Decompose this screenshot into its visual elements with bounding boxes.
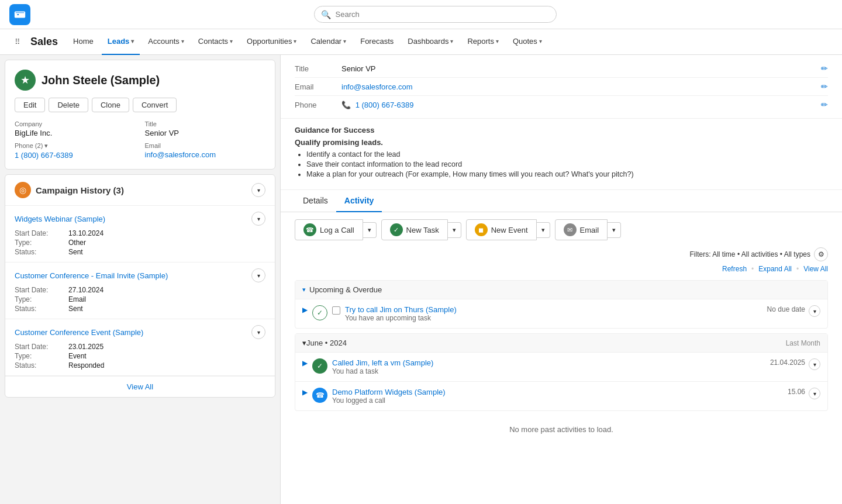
start-date-label-2: Start Date:	[15, 286, 67, 294]
upcoming-header[interactable]: ▾ Upcoming & Overdue	[295, 281, 827, 299]
log-call-dropdown[interactable]: ▾	[363, 222, 377, 238]
campaign-item-1-collapse[interactable]: ▾	[251, 212, 265, 226]
dash-chevron: ▾	[450, 38, 453, 44]
campaign-item-3-fields: Start Date: 23.01.2025 Type: Event Statu…	[15, 343, 265, 370]
june-item-2: ▶ ☎ Demo Platform Widgets (Sample) You l…	[295, 381, 827, 410]
activity-section: ☎ Log a Call ▾ ✓ New Task ▾ ◼	[281, 212, 842, 450]
campaign-item-1: Widgets Webinar (Sample) ▾ Start Date: 1…	[5, 206, 275, 263]
june-item-date-2: 15.06	[788, 388, 805, 396]
action-buttons: Edit Delete Clone Convert	[15, 98, 265, 112]
june-item-title-1[interactable]: Called Jim, left a vm (Sample)	[332, 358, 765, 367]
campaign-item-2-header: Customer Conference - Email Invite (Samp…	[15, 268, 265, 282]
campaign-item-3-name[interactable]: Customer Conference Event (Sample)	[15, 328, 143, 337]
view-all-campaigns[interactable]: View All	[5, 376, 275, 397]
info-phone-value: 📞 1 (800) 667-6389	[341, 101, 816, 109]
lead-fields: Company BigLife Inc. Title Senior VP Pho…	[15, 120, 265, 160]
upcoming-chevron: ▾	[302, 286, 306, 294]
start-date-label-1: Start Date:	[15, 229, 67, 237]
clone-button[interactable]: Clone	[92, 98, 129, 112]
nav-accounts[interactable]: Accounts ▾	[142, 29, 189, 55]
info-row-email: Email info@salesforce.com ✏	[295, 78, 828, 96]
nav-leads[interactable]: Leads ▾	[102, 29, 140, 55]
nav-dashboards[interactable]: Dashboards ▾	[402, 29, 459, 55]
june-item-icon-1: ✓	[312, 358, 327, 374]
type-value-2: Email	[68, 295, 265, 303]
convert-button[interactable]: Convert	[133, 98, 177, 112]
company-label: Company	[15, 120, 136, 127]
start-date-value-3: 23.01.2025	[68, 343, 265, 351]
june-2024-header[interactable]: ▾ June • 2024 Last Month	[295, 334, 827, 352]
filter-settings-btn[interactable]: ⚙	[814, 247, 828, 261]
nav-contacts[interactable]: Contacts ▾	[192, 29, 239, 55]
start-date-value-1: 13.10.2024	[68, 229, 265, 237]
links-row: Refresh • Expand All • View All	[295, 265, 828, 273]
upcoming-expand-1[interactable]: ▶	[302, 305, 308, 314]
title-edit-icon[interactable]: ✏	[821, 64, 828, 73]
june-item-sub-1: You had a task	[332, 367, 765, 375]
phone-value[interactable]: 1 (800) 667-6389	[15, 151, 136, 160]
new-event-icon: ◼	[475, 223, 488, 236]
june-item-dropdown-1[interactable]: ▾	[809, 358, 820, 370]
campaign-item-1-name[interactable]: Widgets Webinar (Sample)	[15, 215, 105, 223]
view-all-link[interactable]: View All	[803, 265, 828, 273]
june-item-1: ▶ ✓ Called Jim, left a vm (Sample) You h…	[295, 352, 827, 381]
email-value[interactable]: info@salesforce.com	[145, 150, 266, 159]
refresh-link[interactable]: Refresh	[722, 265, 747, 273]
grid-icon[interactable]: ⠿	[9, 34, 26, 50]
new-task-dropdown[interactable]: ▾	[448, 222, 461, 238]
upcoming-item-title-1[interactable]: Try to call Jim on Thurs (Sample)	[345, 305, 762, 314]
phone-dropdown-icon[interactable]: ▾	[44, 142, 48, 149]
lead-name: John Steele (Sample)	[42, 74, 160, 87]
tab-details[interactable]: Details	[295, 190, 336, 212]
email-dropdown[interactable]: ▾	[608, 222, 621, 238]
expand-all-link[interactable]: Expand All	[758, 265, 792, 273]
type-value-3: Event	[68, 352, 265, 360]
upcoming-item-1: ▶ ✓ Try to call Jim on Thurs (Sample) Yo…	[295, 299, 827, 328]
edit-button[interactable]: Edit	[15, 98, 45, 112]
june-item-dropdown-2[interactable]: ▾	[809, 388, 820, 399]
delete-button[interactable]: Delete	[49, 98, 88, 112]
upcoming-item-content-1: Try to call Jim on Thurs (Sample) You ha…	[345, 305, 762, 322]
accounts-chevron: ▾	[181, 38, 184, 44]
info-title-value: Senior VP	[341, 64, 816, 73]
info-email-value[interactable]: info@salesforce.com	[341, 82, 816, 91]
nav-calendar[interactable]: Calendar ▾	[305, 29, 352, 55]
status-label-3: Status:	[15, 361, 67, 370]
info-phone-label: Phone	[295, 101, 341, 109]
campaign-item-2-collapse[interactable]: ▾	[251, 268, 265, 282]
upcoming-item-checkbox-1[interactable]	[332, 306, 340, 315]
nav-opportunities[interactable]: Opportunities ▾	[241, 29, 302, 55]
nav-forecasts[interactable]: Forecasts	[354, 29, 399, 55]
phone-edit-icon[interactable]: ✏	[821, 100, 828, 109]
app-logo[interactable]	[9, 4, 30, 25]
nav-reports[interactable]: Reports ▾	[461, 29, 505, 55]
search-input[interactable]	[314, 6, 557, 23]
nav-bar: ⠿ Sales Home Leads ▾ Accounts ▾ Contacts…	[0, 29, 842, 55]
right-panel: Title Senior VP ✏ Email info@salesforce.…	[281, 55, 842, 504]
left-panel: ★ John Steele (Sample) Edit Delete Clone…	[0, 55, 281, 504]
campaign-item-2-name[interactable]: Customer Conference - Email Invite (Samp…	[15, 271, 168, 280]
log-call-button[interactable]: ☎ Log a Call	[295, 219, 363, 240]
campaign-item-3-collapse[interactable]: ▾	[251, 325, 265, 339]
campaign-icon: ◎	[15, 182, 31, 198]
guidance-list: Identify a contact for the lead Save the…	[295, 150, 828, 178]
campaign-item-3-header: Customer Conference Event (Sample) ▾	[15, 325, 265, 339]
june-item-title-2[interactable]: Demo Platform Widgets (Sample)	[332, 388, 783, 396]
campaign-history-card: ◎ Campaign History (3) ▾ Widgets Webinar…	[5, 174, 275, 398]
email-button[interactable]: ✉ Email	[555, 219, 608, 240]
june-expand-1[interactable]: ▶	[302, 358, 308, 367]
nav-brand: Sales	[30, 36, 58, 48]
email-edit-icon[interactable]: ✏	[821, 82, 828, 91]
upcoming-item-dropdown-1[interactable]: ▾	[809, 305, 820, 317]
campaign-collapse-btn[interactable]: ▾	[251, 183, 265, 197]
status-label-2: Status:	[15, 305, 67, 313]
june-2024-section: ▾ June • 2024 Last Month ▶ ✓ Called Jim,…	[295, 333, 828, 411]
title-value: Senior VP	[145, 129, 266, 137]
new-event-button[interactable]: ◼ New Event	[466, 219, 537, 240]
june-expand-2[interactable]: ▶	[302, 388, 308, 396]
new-event-dropdown[interactable]: ▾	[537, 222, 550, 238]
nav-home[interactable]: Home	[67, 29, 99, 55]
new-task-button[interactable]: ✓ New Task	[381, 219, 448, 240]
tab-activity[interactable]: Activity	[336, 190, 382, 212]
nav-quotes[interactable]: Quotes ▾	[507, 29, 548, 55]
